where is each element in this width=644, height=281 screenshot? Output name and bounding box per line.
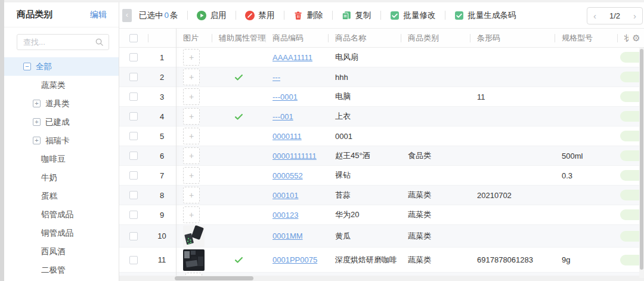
sidebar-item-5[interactable]: 咖啡豆 xyxy=(4,150,119,168)
copy-icon xyxy=(342,11,351,20)
disable-button[interactable]: 禁用 xyxy=(245,10,275,21)
category-search-box[interactable] xyxy=(17,34,109,50)
toolbar-button-label: 启用 xyxy=(210,10,227,21)
product-code-link[interactable]: 00001111111 xyxy=(273,152,317,160)
sidebar-item-6[interactable]: 牛奶 xyxy=(4,168,119,187)
collapse-sidebar-button[interactable]: ‹ xyxy=(122,9,132,22)
sidebar-item-0[interactable]: −全部 xyxy=(4,57,119,76)
add-image-placeholder[interactable]: + xyxy=(183,167,200,184)
row-checkbox[interactable] xyxy=(129,256,138,264)
product-code-link[interactable]: 000123 xyxy=(273,211,298,220)
spec-cell: 500ml xyxy=(555,146,617,165)
select-all-checkbox[interactable] xyxy=(129,34,138,42)
disable-icon xyxy=(245,11,255,20)
tree-item-label: 咖啡豆 xyxy=(41,154,66,165)
product-code-link[interactable]: 0000111 xyxy=(273,132,302,141)
add-image-placeholder[interactable]: + xyxy=(183,108,200,125)
table-row: 4+---001上衣 xyxy=(119,107,644,126)
product-code-link[interactable]: 0001MM xyxy=(273,231,303,240)
add-image-placeholder[interactable]: + xyxy=(183,147,200,164)
product-name-cell: 赵王45°酒 xyxy=(328,146,401,165)
row-checkbox[interactable] xyxy=(129,191,138,199)
spec-cell: 9g xyxy=(555,248,617,272)
column-header-label: 规格型号 xyxy=(562,33,593,44)
row-checkbox[interactable] xyxy=(129,232,138,240)
spec-cell xyxy=(555,186,617,205)
sidebar-item-7[interactable]: 蛋糕 xyxy=(4,187,119,205)
expand-node-icon[interactable]: + xyxy=(33,118,41,126)
add-image-placeholder[interactable]: + xyxy=(183,187,200,203)
expand-node-icon[interactable]: + xyxy=(33,100,41,107)
batch-edit-button[interactable]: 批量修改 xyxy=(390,10,436,21)
sidebar-item-10[interactable]: 西凤酒 xyxy=(4,242,119,261)
table-row: 8+000101苔蒜蔬菜类20210702 xyxy=(119,186,644,205)
prev-page-button[interactable]: ‹ xyxy=(593,11,596,20)
selected-count-value: 0 xyxy=(163,11,171,20)
table-row: 2+---hhh xyxy=(119,67,644,87)
next-page-button[interactable]: › xyxy=(633,11,636,20)
row-checkbox[interactable] xyxy=(129,211,138,219)
product-code-link[interactable]: 000101 xyxy=(273,191,298,200)
add-image-placeholder[interactable]: + xyxy=(183,69,200,85)
product-thumbnail[interactable] xyxy=(183,226,205,247)
toolbar-divider xyxy=(187,11,188,20)
column-settings-button[interactable]: ⚙ xyxy=(628,29,644,47)
pagination: ‹ 1/2 › xyxy=(587,7,643,24)
product-category-cell xyxy=(401,126,470,146)
toolbar-button-label: 复制 xyxy=(355,10,371,21)
product-code-link[interactable]: ---001 xyxy=(273,112,293,121)
row-checkbox[interactable] xyxy=(129,73,138,81)
vertical-scrollbar[interactable] xyxy=(639,48,644,278)
category-tree: −全部蔬菜类+道具类+已建成+福瑞卡咖啡豆牛奶蛋糕铝管成品铜管成品西凤酒二极管 xyxy=(4,55,119,279)
aux-attribute-check-icon xyxy=(234,112,244,122)
add-image-placeholder[interactable]: + xyxy=(183,206,200,223)
tree-item-label: 二极管 xyxy=(41,265,66,276)
horizontal-scrollbar[interactable] xyxy=(119,276,644,281)
add-image-placeholder[interactable]: + xyxy=(183,128,200,144)
aux-attribute-check-icon xyxy=(234,72,244,82)
vertical-scrollbar-thumb[interactable] xyxy=(640,49,643,270)
table-row: 5+00001110001 xyxy=(119,126,644,146)
product-code-link[interactable]: --- xyxy=(273,73,280,82)
add-image-placeholder[interactable]: + xyxy=(183,88,200,105)
tree-item-label: 蔬菜类 xyxy=(41,80,66,91)
sidebar-item-11[interactable]: 二极管 xyxy=(4,261,119,279)
sidebar-item-8[interactable]: 铝管成品 xyxy=(4,205,119,224)
spec-cell: 0.3 xyxy=(555,166,617,185)
delete-icon xyxy=(293,11,303,20)
toolbar-button-label: 禁用 xyxy=(259,10,275,21)
sidebar-item-4[interactable]: +福瑞卡 xyxy=(4,131,119,150)
enable-button[interactable]: 启用 xyxy=(197,10,227,21)
sidebar-item-1[interactable]: 蔬菜类 xyxy=(4,76,119,94)
sidebar-item-9[interactable]: 铜管成品 xyxy=(4,224,119,242)
product-code-link[interactable]: 0001PP0075 xyxy=(273,255,317,264)
category-search-input[interactable] xyxy=(23,38,95,47)
main-panel: ‹ 已选中0条 启用禁用删除复制批量修改批量生成条码 ‹ 1/2 › 图片辅助属… xyxy=(119,2,644,281)
product-code-link[interactable]: 0000552 xyxy=(273,171,303,180)
sidebar-item-3[interactable]: +已建成 xyxy=(4,113,119,131)
product-category-cell xyxy=(401,67,470,87)
spec-cell xyxy=(555,205,617,224)
row-checkbox[interactable] xyxy=(129,92,138,101)
batch-barcode-button[interactable]: 批量生成条码 xyxy=(454,10,516,21)
column-header-label: 商品编码 xyxy=(273,33,304,44)
product-thumbnail[interactable] xyxy=(183,249,205,271)
row-checkbox[interactable] xyxy=(129,112,138,121)
horizontal-scrollbar-thumb[interactable] xyxy=(175,276,253,280)
product-code-link[interactable]: AAAA11111 xyxy=(273,53,312,62)
row-checkbox[interactable] xyxy=(129,132,138,140)
copy-button[interactable]: 复制 xyxy=(342,10,371,21)
edit-categories-link[interactable]: 编辑 xyxy=(90,10,107,20)
add-image-placeholder[interactable]: + xyxy=(183,49,200,66)
delete-button[interactable]: 删除 xyxy=(293,10,323,21)
collapse-node-icon[interactable]: − xyxy=(23,63,31,70)
row-checkbox[interactable] xyxy=(129,171,138,180)
row-number: 5 xyxy=(148,126,176,146)
sidebar-item-2[interactable]: +道具类 xyxy=(4,94,119,113)
expand-node-icon[interactable]: + xyxy=(33,137,41,144)
toolbar-button-label: 批量修改 xyxy=(404,10,436,21)
row-checkbox[interactable] xyxy=(129,152,138,160)
spec-cell xyxy=(555,225,617,247)
product-code-link[interactable]: ---0001 xyxy=(273,92,298,101)
row-checkbox[interactable] xyxy=(129,53,138,61)
